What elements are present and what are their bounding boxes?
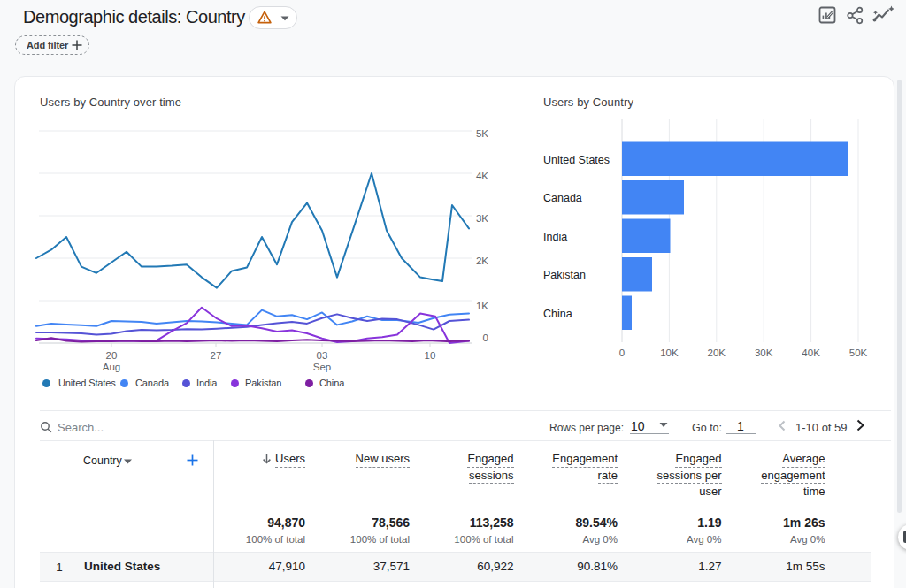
svg-text:4K: 4K (476, 171, 488, 181)
svg-text:2K: 2K (476, 256, 488, 266)
svg-text:10K: 10K (660, 347, 679, 358)
svg-text:United States: United States (543, 154, 610, 166)
svg-text:Canada: Canada (543, 192, 582, 204)
svg-text:20K: 20K (708, 347, 726, 358)
svg-text:Aug: Aug (103, 362, 120, 372)
svg-text:India: India (543, 231, 567, 243)
svg-text:27: 27 (211, 350, 222, 361)
svg-text:3K: 3K (476, 213, 488, 224)
svg-text:1K: 1K (476, 301, 488, 311)
svg-text:0: 0 (483, 332, 488, 343)
svg-text:5K: 5K (476, 128, 488, 139)
svg-text:40K: 40K (802, 347, 820, 358)
svg-text:China: China (543, 308, 572, 320)
svg-text:50K: 50K (849, 347, 868, 358)
svg-text:20: 20 (106, 350, 118, 361)
svg-text:Sep: Sep (313, 362, 331, 372)
svg-text:30K: 30K (755, 347, 773, 358)
svg-text:Pakistan: Pakistan (543, 269, 586, 281)
svg-text:10: 10 (425, 350, 436, 361)
svg-text:03: 03 (317, 350, 328, 361)
svg-text:0: 0 (619, 347, 625, 358)
